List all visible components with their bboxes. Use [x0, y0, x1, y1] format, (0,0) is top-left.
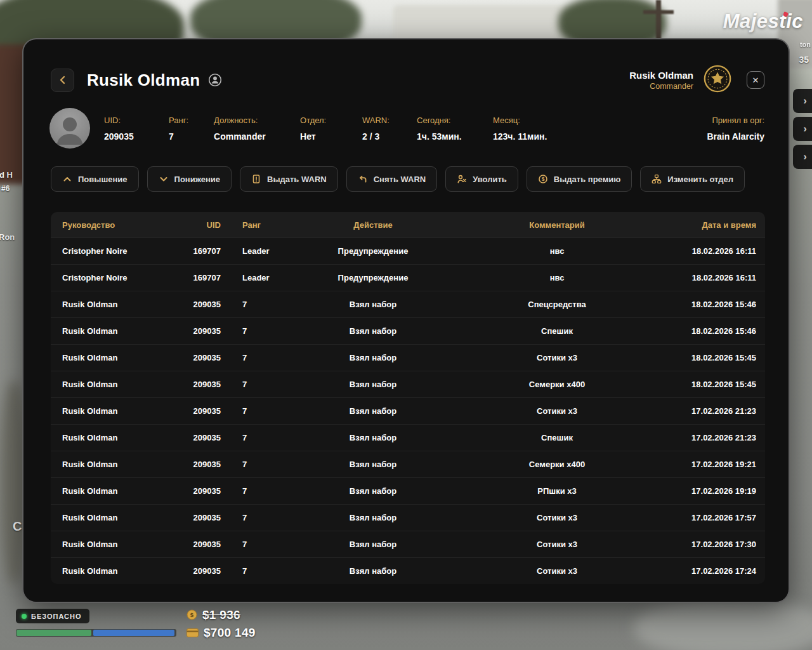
column-header: Дата и время — [652, 220, 756, 230]
cell-uid: 209035 — [160, 540, 221, 549]
remove-warn-button[interactable]: Снять WARN — [346, 166, 438, 192]
profile-info-row: UID: 209035 Ранг: 7 Должность: Commander… — [49, 108, 764, 149]
field-value: 209035 — [104, 131, 143, 142]
issue-warn-button[interactable]: Выдать WARN — [240, 166, 338, 192]
profile-field-uid: UID: 209035 — [104, 116, 143, 142]
cell-uid: 209035 — [160, 513, 221, 522]
column-header: UID — [160, 220, 221, 230]
cell-comment: Сотики x3 — [462, 406, 652, 416]
field-label: WARN: — [362, 116, 391, 125]
dismiss-icon — [457, 174, 467, 184]
header-user-name: Rusik Oldman — [629, 70, 693, 81]
action-label: Изменить отдел — [667, 175, 733, 184]
action-label: Повышение — [78, 175, 128, 184]
cell-comment: Сотики x3 — [462, 353, 652, 362]
column-header: Действие — [284, 220, 462, 230]
cell-leader: Rusik Oldman — [62, 300, 160, 309]
person-icon — [208, 73, 222, 87]
cell-uid: 209035 — [160, 433, 221, 442]
chevron-left-icon — [58, 76, 67, 84]
member-profile-panel: Rusik Oldman Rusik Oldman Commander — [22, 38, 790, 603]
bank-amount: $700 149 — [204, 626, 256, 640]
bonus-button[interactable]: $ Выдать премию — [527, 166, 632, 192]
cell-action: Взял набор — [284, 513, 462, 522]
profile-field-warn: WARN: 2 / 3 — [362, 116, 391, 142]
cell-rank: 7 — [221, 406, 284, 416]
cell-datetime: 18.02.2026 15:45 — [652, 353, 756, 362]
cell-comment: РПшки x3 — [462, 486, 652, 496]
cell-action: Предупреждение — [284, 246, 462, 256]
promote-icon — [62, 174, 72, 184]
cell-comment: Спешик — [462, 433, 652, 442]
field-label: Сегодня: — [417, 116, 468, 125]
action-label: Снять WARN — [374, 175, 426, 184]
cell-uid: 169707 — [160, 246, 221, 256]
cell-datetime: 17.02.2026 19:21 — [652, 460, 756, 469]
cell-uid: 169707 — [160, 273, 221, 282]
cell-comment: Сотики x3 — [462, 513, 652, 522]
cell-rank: Leader — [221, 246, 284, 256]
safe-zone-badge: БЕЗОПАСНО — [16, 609, 89, 623]
change-department-button[interactable]: Изменить отдел — [640, 166, 745, 192]
table-row: Rusik Oldman 209035 7 Взял набор Спешик … — [51, 424, 765, 451]
chat-fragment: rd H — [0, 170, 13, 180]
table-row: Cristopher Noire 169707 Leader Предупреж… — [51, 264, 765, 291]
cell-leader: Rusik Oldman — [62, 460, 160, 469]
cell-datetime: 17.02.2026 19:19 — [652, 486, 756, 496]
coin-icon: $ — [187, 609, 197, 620]
cell-rank: 7 — [221, 433, 284, 442]
cell-leader: Cristopher Noire — [62, 246, 160, 256]
cell-uid: 209035 — [160, 353, 221, 362]
cell-comment: Семерки x400 — [462, 460, 652, 469]
promote-button[interactable]: Повышение — [51, 166, 139, 192]
cell-rank: Leader — [221, 273, 284, 282]
cell-uid: 209035 — [160, 460, 221, 469]
cell-action: Взял набор — [284, 486, 462, 496]
power-pole-arm — [643, 10, 674, 14]
street-label-fragment: ton — [800, 41, 811, 48]
page-title: Rusik Oldman — [87, 70, 200, 90]
cell-leader: Cristopher Noire — [62, 273, 160, 282]
action-label: Выдать премию — [554, 175, 621, 184]
cell-action: Предупреждение — [284, 273, 462, 282]
cell-rank: 7 — [221, 486, 284, 496]
chat-fragment: C — [13, 519, 22, 534]
cell-datetime: 18.02.2026 15:46 — [652, 300, 756, 309]
table-row: Cristopher Noire 169707 Leader Предупреж… — [51, 237, 765, 264]
dismiss-button[interactable]: Уволить — [445, 166, 518, 192]
cell-action: Взял набор — [284, 300, 462, 309]
demote-button[interactable]: Понижение — [147, 166, 232, 192]
logo-text: Majestic — [723, 10, 803, 32]
close-button[interactable]: ✕ — [747, 71, 764, 89]
cell-rank: 7 — [221, 300, 284, 309]
cell-leader: Rusik Oldman — [62, 380, 160, 389]
profile-field-department: Отдел: Нет — [300, 116, 337, 142]
cell-rank: 7 — [221, 326, 284, 336]
cell-comment: Сотики x3 — [462, 566, 652, 576]
field-value: 1ч. 53мин. — [417, 131, 468, 142]
header-user-block: Rusik Oldman Commander ✕ — [629, 64, 764, 96]
cell-action: Взял набор — [284, 406, 462, 416]
cell-comment: нвс — [462, 273, 652, 282]
cell-leader: Rusik Oldman — [62, 433, 160, 442]
back-button[interactable] — [51, 69, 74, 92]
column-header: Ранг — [221, 220, 284, 230]
column-header: Руководство — [62, 220, 160, 230]
field-value: 7 — [169, 131, 188, 142]
cell-datetime: 18.02.2026 15:45 — [652, 380, 756, 389]
cell-leader: Rusik Oldman — [62, 540, 160, 549]
column-header: Комментарий — [462, 220, 652, 230]
table-row: Rusik Oldman 209035 7 Взял набор РПшки x… — [51, 477, 765, 504]
profile-field-today: Сегодня: 1ч. 53мин. — [417, 116, 468, 142]
field-label: Месяц: — [493, 116, 554, 125]
action-label: Уволить — [473, 175, 507, 184]
cash-amount: $1 936 — [202, 608, 240, 622]
cell-rank: 7 — [221, 513, 284, 522]
chat-fragment: Ron — [0, 232, 15, 242]
edge-widget-arrow: › — [793, 89, 812, 113]
armor-bar — [93, 630, 174, 636]
change-department-icon — [652, 174, 662, 184]
svg-text:$: $ — [190, 611, 194, 618]
chevron-right-icon: › — [803, 150, 807, 163]
table-row: Rusik Oldman 209035 7 Взял набор Сотики … — [51, 504, 765, 531]
